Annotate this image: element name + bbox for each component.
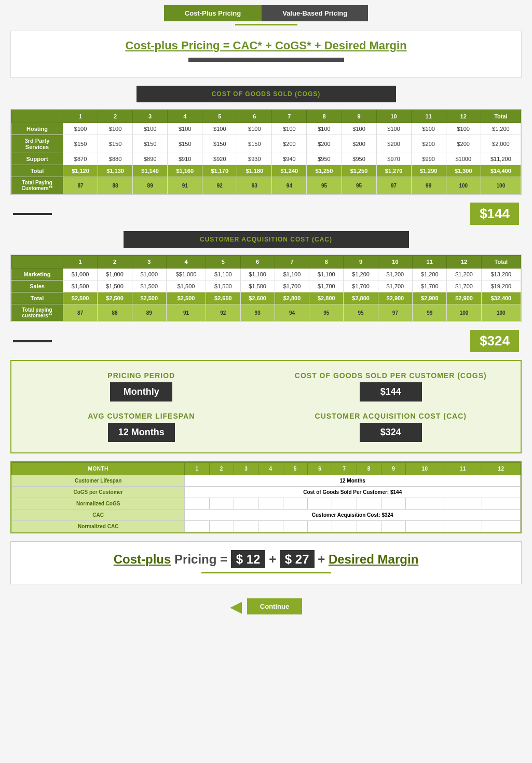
cac-cust-m12: 100 [447, 304, 481, 322]
calc-col-3: 3 [234, 463, 258, 475]
norm-cac-m12 [482, 521, 521, 532]
norm-cogs-m3 [234, 498, 258, 510]
norm-cac-m4 [258, 521, 283, 532]
norm-cac-m6 [308, 521, 332, 532]
hosting-m4: $100 [168, 123, 202, 135]
3rdparty-m3: $150 [133, 135, 168, 153]
cogs-col-2: 2 [98, 110, 133, 123]
cogs-cust-m10: 97 [376, 177, 411, 194]
cogs-total-total: $14,400 [481, 165, 521, 177]
cogs-summary-value: $144 [360, 382, 422, 401]
marketing-m4: $$1,000 [166, 269, 206, 280]
cogs-total-m8: $1,250 [307, 165, 342, 177]
formula-text: Cost-plus Pricing = CAC* + CoGS* + Desir… [125, 39, 406, 52]
sales-total: $19,200 [481, 280, 521, 292]
summary-section: PRICING PERIOD Monthly COST OF GOODS SOL… [10, 360, 522, 453]
cogs-summary-label: COST OF GOODS SOLD PER CUSTOMER (CoGS) [271, 371, 511, 380]
final-formula-suffix: Desired Margin [329, 552, 418, 566]
norm-cogs-m1 [185, 498, 209, 510]
marketing-total: $13,200 [481, 269, 521, 280]
norm-cogs-m11 [444, 498, 482, 510]
final-formula-plus1: + [269, 552, 276, 566]
cac-row-sales: Sales $1,500 $1,500 $1,500 $1,500 $1,500… [11, 280, 521, 292]
cogs-col-9: 9 [342, 110, 376, 123]
cac-cust-total: 100 [481, 304, 521, 322]
cac-result-value: $324 [470, 330, 519, 352]
cac-cust-m7: 94 [275, 304, 309, 322]
norm-cogs-m9 [381, 498, 406, 510]
top-header: Cost-Plus Pricing Value-Based Pricing [10, 5, 522, 25]
calc-col-10: 10 [406, 463, 444, 475]
calc-row-lifespan: Customer Lifespan 12 Months [12, 475, 521, 487]
cac-col-8: 8 [309, 256, 344, 269]
sales-m6: $1,500 [240, 280, 275, 292]
3rdparty-m5: $150 [202, 135, 237, 153]
cogs-row-3rdparty: 3rd Party Services $150 $150 $150 $150 $… [11, 135, 521, 153]
cogs-col-total: Total [481, 110, 521, 123]
calc-table: MONTH 1 2 3 4 5 6 7 8 9 10 11 12 [11, 462, 521, 532]
marketing-m9: $1,200 [344, 269, 378, 280]
cogs-per-customer-merged: Cost of Goods Sold Per Customer: $144 [185, 487, 521, 498]
nav-arrow-left[interactable]: ◀ [230, 597, 242, 615]
cogs-total-m10: $1,270 [376, 165, 411, 177]
norm-cac-label: Normalized CAC [12, 521, 185, 532]
cogs-col-12: 12 [446, 110, 481, 123]
tab-value-based[interactable]: Value-Based Pricing [262, 5, 368, 21]
norm-cac-m10 [406, 521, 444, 532]
cogs-row-customers: Total Paying Customers** 87 88 89 91 92 … [11, 177, 521, 194]
calc-month-header: MONTH [12, 463, 185, 475]
cogs-total-m7: $1,240 [272, 165, 307, 177]
sales-m1: $1,500 [63, 280, 98, 292]
continue-button[interactable]: Continue [247, 598, 302, 614]
cac-col-10: 10 [378, 256, 412, 269]
sales-m9: $1,700 [344, 280, 378, 292]
3rdparty-m4: $150 [168, 135, 202, 153]
cogs-col-7: 7 [272, 110, 307, 123]
norm-cogs-m4 [258, 498, 283, 510]
cac-row-marketing: Marketing $1,000 $1,000 $1,000 $$1,000 $… [11, 269, 521, 280]
cac-cust-m8: 95 [309, 304, 344, 322]
page-wrapper: Cost-Plus Pricing Value-Based Pricing Co… [0, 0, 532, 626]
cogs-cust-m11: 99 [411, 177, 446, 194]
lifespan-label: Customer Lifespan [12, 475, 185, 487]
sales-m5: $1,500 [206, 280, 240, 292]
cogs-cust-m9: 95 [342, 177, 376, 194]
cac-col-6: 6 [240, 256, 275, 269]
cogs-result-line: $144 [10, 203, 522, 225]
cogs-row-total: Total $1,120 $1,130 $1,140 $1,160 $1,170… [11, 165, 521, 177]
norm-cogs-m10 [406, 498, 444, 510]
norm-cogs-label: Normalized CoGS [12, 498, 185, 510]
norm-cogs-m6 [308, 498, 332, 510]
support-m1: $870 [63, 153, 98, 165]
cac-section: CUSTOMER ACQUISITION COST (CAC) 1 2 3 4 … [10, 231, 522, 352]
formula-title: Cost-plus Pricing = CAC* + CoGS* + Desir… [21, 39, 511, 52]
cogs-result-bar [13, 213, 52, 215]
cac-col-9: 9 [344, 256, 378, 269]
cogs-heading-wrapper: COST OF GOODS SOLD (CoGS) [10, 86, 522, 105]
cac-col-label [11, 256, 63, 269]
cogs-total-m4: $1,160 [168, 165, 202, 177]
3rdparty-total: $2,000 [481, 135, 521, 153]
cogs-col-5: 5 [202, 110, 237, 123]
cogs-cust-m7: 94 [272, 177, 307, 194]
final-formula-section: Cost-plus Pricing = $ 12 + $ 27 + Desire… [10, 541, 522, 584]
cogs-per-customer-label: CoGS per Customer [12, 487, 185, 498]
marketing-m6: $1,100 [240, 269, 275, 280]
hosting-m6: $100 [237, 123, 272, 135]
sales-m11: $1,700 [413, 280, 447, 292]
cogs-table-section: 1 2 3 4 5 6 7 8 9 10 11 12 Total [10, 109, 522, 195]
final-formula-prefix: Cost-plus [114, 552, 171, 566]
tab-cost-plus[interactable]: Cost-Plus Pricing [164, 5, 262, 21]
cac-cust-m6: 93 [240, 304, 275, 322]
cogs-cust-m2: 88 [98, 177, 133, 194]
cac-row-total: Total $2,500 $2,500 $2,500 $2,500 $2,600… [11, 292, 521, 304]
3rdparty-m7: $200 [272, 135, 307, 153]
cac-heading-text: CUSTOMER ACQUISITION COST (CAC) [192, 234, 340, 245]
cogs-total-label: Total [11, 165, 63, 177]
support-total: $11,200 [481, 153, 521, 165]
avg-lifespan-item: AVG CUSTOMER LIFESPAN 12 Months [22, 412, 261, 442]
cac-col-12: 12 [447, 256, 481, 269]
cac-summary-item: CUSTOMER ACQUISITION COST (CAC) $324 [271, 412, 511, 442]
3rdparty-m8: $200 [307, 135, 342, 153]
norm-cac-m5 [283, 521, 307, 532]
